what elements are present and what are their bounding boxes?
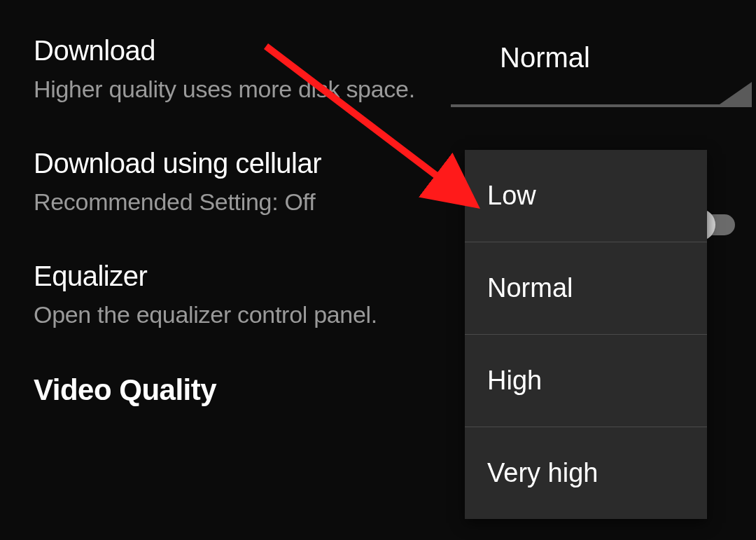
- dropdown-option-high[interactable]: High: [465, 335, 707, 427]
- dropdown-triangle-icon: [720, 82, 752, 104]
- equalizer-title: Equalizer: [34, 261, 377, 292]
- dropdown-option-very-high[interactable]: Very high: [465, 427, 707, 519]
- dropdown-option-normal[interactable]: Normal: [465, 242, 707, 335]
- download-title: Download: [34, 35, 415, 67]
- dropdown-underline: [451, 104, 752, 107]
- dropdown-option-low[interactable]: Low: [465, 150, 707, 242]
- setting-text-equalizer: Equalizer Open the equalizer control pan…: [34, 261, 377, 331]
- download-quality-selector[interactable]: Normal: [451, 42, 752, 107]
- download-cellular-subtitle: Recommended Setting: Off: [34, 186, 321, 219]
- settings-screen: Download Higher quality uses more disk s…: [0, 0, 756, 540]
- download-cellular-title: Download using cellular: [34, 148, 321, 179]
- setting-text-download: Download Higher quality uses more disk s…: [34, 35, 415, 106]
- download-quality-dropdown: Low Normal High Very high: [465, 150, 707, 519]
- setting-text-download-cellular: Download using cellular Recommended Sett…: [34, 148, 321, 219]
- download-quality-current-value: Normal: [500, 42, 752, 74]
- download-subtitle: Higher quality uses more disk space.: [34, 74, 415, 106]
- equalizer-subtitle: Open the equalizer control panel.: [34, 299, 377, 331]
